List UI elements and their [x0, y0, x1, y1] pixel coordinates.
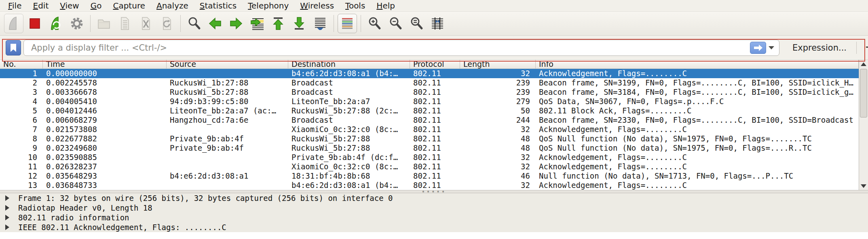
expander-icon[interactable] [5, 215, 9, 220]
column-header-source[interactable]: Source [167, 60, 288, 68]
detail-row-label: IEEE 802.11 Acknowledgement, Flags: ....… [18, 223, 226, 232]
apply-filter-button[interactable] [750, 42, 766, 54]
packet-row-1[interactable]: 10.000000000b4:e6:2d:d3:08:a1 (b4:…802.1… [0, 69, 859, 78]
expression-button[interactable]: Expression... [787, 41, 852, 55]
scrollbar-thumb[interactable] [860, 69, 867, 117]
zoom-in-icon [366, 15, 382, 32]
cell-time: 0.021573808 [43, 125, 167, 134]
cell-time: 0.004012446 [43, 106, 167, 115]
detail-row-1[interactable]: Radiotap Header v0, Length 18 [0, 203, 868, 213]
cell-protocol: 802.11 [410, 115, 460, 125]
pane-splitter[interactable]: ••••• [0, 190, 868, 193]
splitter-handle: ••••• [422, 190, 446, 193]
menu-edit[interactable]: Edit [27, 0, 54, 11]
capture-options-button[interactable] [67, 14, 87, 33]
menu-bar: FileEditViewGoCaptureAnalyzeStatisticsTe… [0, 0, 868, 11]
go-back-button[interactable] [205, 14, 225, 33]
go-to-bottom-button[interactable] [289, 14, 309, 33]
wireshark-fin-icon [6, 15, 22, 32]
cell-source [167, 181, 288, 190]
packet-row-2[interactable]: 20.002245578RuckusWi_1b:27:88Broadcast80… [0, 78, 859, 87]
packet-list: No.TimeSourceDestinationProtocolLengthIn… [0, 60, 859, 190]
packet-row-10[interactable]: 100.023590885Private_9b:ab:4f (dc:f…802.… [0, 153, 859, 162]
zoom-reset-button[interactable] [407, 14, 426, 33]
cell-destination: Broadcast [288, 87, 410, 97]
display-filter-field [23, 40, 779, 56]
add-filter-button[interactable]: + [861, 40, 868, 55]
zoom-out-button[interactable] [386, 14, 405, 33]
packet-row-12[interactable]: 120.035648293b4:e6:2d:d3:08:a118:31:bf:4… [0, 171, 859, 181]
gear-icon [69, 15, 85, 32]
start-capture-button [4, 14, 23, 33]
go-to-packet-button[interactable] [247, 14, 267, 33]
stop-capture-button[interactable] [25, 14, 44, 33]
menu-help[interactable]: Help [371, 0, 401, 11]
packet-row-3[interactable]: 30.003366678RuckusWi_5b:27:88Broadcast80… [0, 87, 859, 97]
cell-protocol: 802.11 [410, 106, 460, 115]
column-header-info[interactable]: Info [536, 60, 859, 68]
packet-row-5[interactable]: 50.004012446LiteonTe_bb:2a:a7 (ac:…Rucku… [0, 106, 859, 115]
go-forward-button[interactable] [226, 14, 246, 33]
cell-destination: XiaomiCo_0c:32:c0 (8c:… [288, 162, 410, 171]
column-header-no[interactable]: No. [0, 60, 43, 68]
cell-source [167, 69, 288, 78]
restart-capture-button[interactable] [46, 14, 65, 33]
scroll-down-button[interactable] [859, 182, 868, 190]
packet-row-8[interactable]: 80.022677882Private_9b:ab:4fRuckusWi_5b:… [0, 134, 859, 143]
cell-time: 0.036848733 [43, 181, 167, 190]
cell-time: 0.022677882 [43, 134, 167, 143]
detail-row-0[interactable]: Frame 1: 32 bytes on wire (256 bits), 32… [0, 193, 868, 203]
column-header-destination[interactable]: Destination [288, 60, 410, 68]
menu-telephony[interactable]: Telephony [242, 0, 294, 11]
packet-row-9[interactable]: 90.023249680Private_9b:ab:4fRuckusWi_5b:… [0, 143, 859, 153]
menu-analyze[interactable]: Analyze [151, 0, 194, 11]
menu-go[interactable]: Go [85, 0, 108, 11]
menu-tools[interactable]: Tools [340, 0, 371, 11]
packet-list-body: 10.000000000b4:e6:2d:d3:08:a1 (b4:…802.1… [0, 69, 859, 190]
display-filter-input[interactable] [24, 40, 750, 55]
cell-time: 0.004005410 [43, 97, 167, 106]
detail-row-3[interactable]: IEEE 802.11 Acknowledgement, Flags: ....… [0, 222, 868, 232]
cell-length: 239 [460, 78, 536, 87]
menu-view[interactable]: View [54, 0, 84, 11]
cell-protocol: 802.11 [410, 134, 460, 143]
column-header-time[interactable]: Time [43, 60, 167, 68]
menu-capture[interactable]: Capture [107, 0, 151, 11]
resize-columns-button[interactable] [428, 14, 447, 33]
column-header-length[interactable]: Length [460, 60, 536, 68]
packet-row-6[interactable]: 60.006068279Hangzhou_cd:7a:6eBroadcast80… [0, 115, 859, 125]
find-packet-button[interactable] [184, 14, 204, 33]
cell-protocol: 802.11 [410, 153, 460, 162]
zoom-in-button[interactable] [365, 14, 384, 33]
packet-row-11[interactable]: 110.026328237XiaomiCo_0c:32:c0 (8c:…802.… [0, 162, 859, 171]
toolbar-separator [334, 15, 334, 32]
column-header-protocol[interactable]: Protocol [410, 60, 460, 68]
cell-protocol: 802.11 [410, 87, 460, 97]
filter-bookmark-button[interactable] [6, 40, 21, 55]
expander-icon[interactable] [5, 224, 9, 230]
colorize-button[interactable] [338, 14, 357, 33]
go-to-top-button[interactable] [268, 14, 288, 33]
filter-history-caret-icon[interactable] [769, 46, 774, 49]
cell-source [167, 162, 288, 171]
detail-row-2[interactable]: 802.11 radio information [0, 213, 868, 222]
scrollbar-track[interactable] [859, 68, 868, 182]
menu-statistics[interactable]: Statistics [194, 0, 242, 11]
cell-no: 4 [0, 97, 43, 106]
cell-destination: LiteonTe_bb:2a:a7 [288, 97, 410, 106]
vertical-scrollbar[interactable] [859, 60, 868, 190]
cell-info: QoS Data, SN=3067, FN=0, Flags=.p....F.C [536, 97, 859, 106]
packet-row-7[interactable]: 70.021573808XiaomiCo_0c:32:c0 (8c:…802.1… [0, 125, 859, 134]
expander-icon[interactable] [5, 195, 9, 201]
auto-scroll-button[interactable] [310, 14, 330, 33]
scroll-up-button[interactable] [859, 60, 868, 68]
expander-icon[interactable] [5, 205, 9, 211]
menu-wireless[interactable]: Wireless [294, 0, 340, 11]
menu-file[interactable]: File [2, 0, 27, 11]
arrow-top-icon [270, 15, 286, 32]
open-file-button [94, 14, 114, 33]
filter-toolbar: Expression... + [0, 36, 868, 60]
packet-row-4[interactable]: 40.00400541094:d9:b3:99:c5:80LiteonTe_bb… [0, 97, 859, 106]
packet-detail-pane: Frame 1: 32 bytes on wire (256 bits), 32… [0, 193, 868, 239]
cell-info: Acknowledgement, Flags=........C [536, 153, 859, 162]
